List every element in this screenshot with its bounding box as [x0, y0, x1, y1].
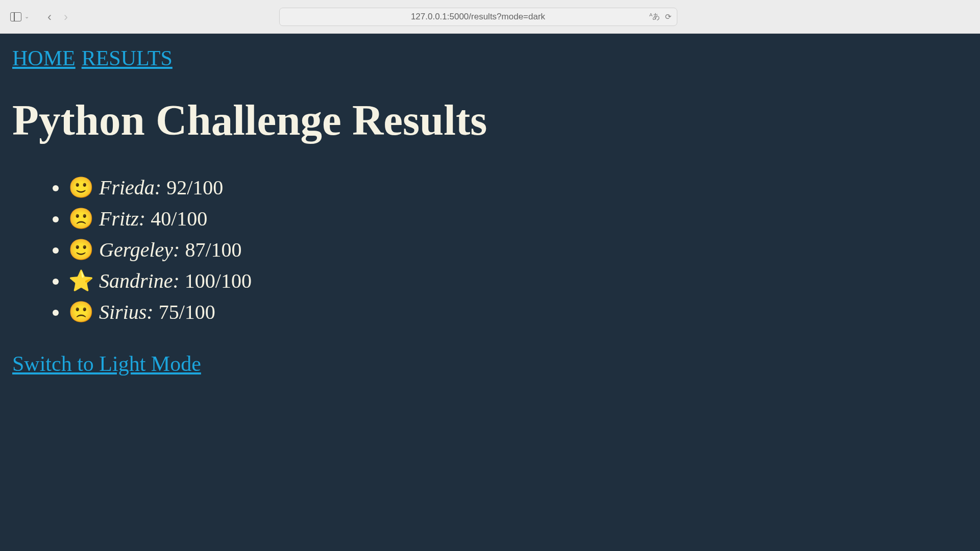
results-list: 🙂 Frieda: 92/100 🙁 Fritz: 40/100 🙂 Gerge… [12, 176, 968, 324]
result-name: Sirius: [99, 300, 154, 323]
url-text: 127.0.0.1:5000/results?mode=dark [411, 12, 545, 22]
result-emoji: 🙁 [68, 207, 94, 230]
back-button[interactable]: ‹ [47, 10, 52, 24]
list-item: 🙂 Frieda: 92/100 [68, 176, 968, 199]
sidebar-toggle-button[interactable]: ⌄ [10, 12, 29, 21]
result-name: Fritz: [99, 207, 145, 230]
chevron-down-icon: ⌄ [24, 13, 29, 20]
mode-switch-link[interactable]: Switch to Light Mode [12, 352, 201, 375]
forward-button[interactable]: › [64, 10, 68, 24]
browser-toolbar: ⌄ ‹ › 127.0.0.1:5000/results?mode=dark ᴬ… [0, 0, 980, 34]
nav-arrows: ‹ › [47, 10, 68, 24]
address-bar[interactable]: 127.0.0.1:5000/results?mode=dark ᴬあ ⟳ [279, 8, 677, 26]
result-name: Sandrine: [99, 269, 180, 292]
result-score: 92/100 [166, 176, 223, 199]
result-emoji: 🙁 [68, 300, 94, 323]
nav-links: HOME RESULTS [12, 46, 968, 70]
result-name: Frieda: [99, 176, 161, 199]
nav-link-home[interactable]: HOME [12, 46, 76, 70]
result-score: 87/100 [185, 238, 241, 261]
reload-icon[interactable]: ⟳ [665, 12, 672, 21]
list-item: 🙁 Sirius: 75/100 [68, 300, 968, 324]
result-emoji: 🙂 [68, 176, 94, 199]
list-item: ⭐ Sandrine: 100/100 [68, 269, 968, 293]
sidebar-icon [10, 12, 21, 21]
nav-link-results[interactable]: RESULTS [82, 46, 173, 70]
page-body: HOME RESULTS Python Challenge Results 🙂 … [0, 34, 980, 551]
result-score: 40/100 [151, 207, 207, 230]
result-score: 100/100 [185, 269, 252, 292]
list-item: 🙂 Gergeley: 87/100 [68, 238, 968, 262]
result-emoji: 🙂 [68, 238, 94, 261]
result-emoji: ⭐ [68, 269, 94, 292]
list-item: 🙁 Fritz: 40/100 [68, 207, 968, 231]
result-score: 75/100 [159, 300, 215, 323]
reader-icon[interactable]: ᴬあ [649, 12, 660, 21]
result-name: Gergeley: [99, 238, 180, 261]
page-title: Python Challenge Results [12, 95, 968, 145]
url-controls: ᴬあ ⟳ [649, 12, 672, 21]
